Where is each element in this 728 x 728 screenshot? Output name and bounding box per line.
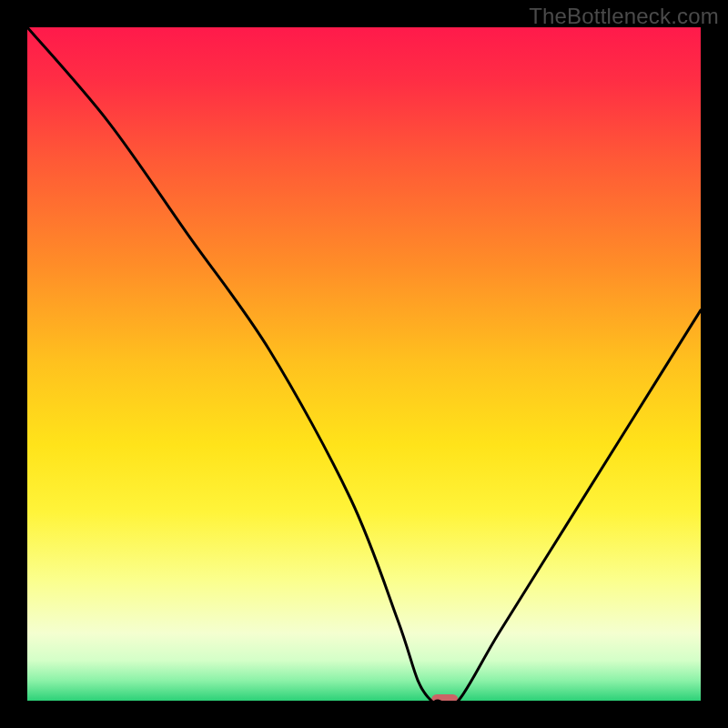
plot-svg [27, 27, 701, 701]
plot-area [27, 27, 701, 701]
gradient-background [27, 27, 701, 701]
watermark-text: TheBottleneck.com [529, 4, 719, 29]
optimum-marker [431, 694, 459, 701]
chart-frame: TheBottleneck.com [0, 0, 728, 728]
